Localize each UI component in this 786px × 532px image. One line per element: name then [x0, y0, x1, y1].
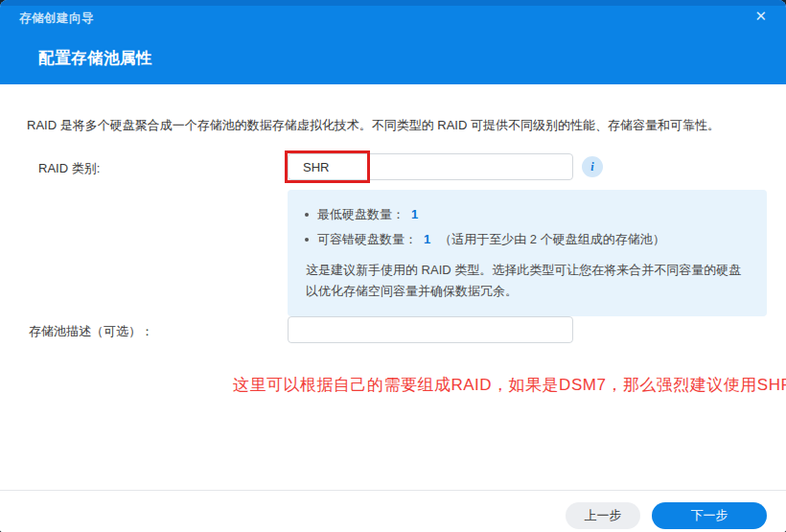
- raid-type-description: 这是建议新手使用的 RAID 类型。选择此类型可让您在将来合并不同容量的硬盘以优…: [305, 260, 750, 302]
- dialog-header: 存储创建向导 ✕ 配置存储池属性: [0, 0, 786, 84]
- min-disk-bullet: 最低硬盘数量： 1: [305, 202, 750, 227]
- fault-tolerance-value: 1: [424, 227, 430, 252]
- min-disk-value: 1: [411, 202, 418, 227]
- dialog-title: 存储创建向导: [19, 11, 94, 27]
- pool-description-label: 存储池描述（可选）：: [29, 323, 153, 340]
- pool-description-input[interactable]: [288, 316, 573, 343]
- info-icon[interactable]: i: [582, 156, 603, 177]
- raid-type-label: RAID 类别:: [38, 160, 100, 177]
- fault-tolerance-note: （适用于至少由 2 个硬盘组成的存储池）: [439, 227, 664, 252]
- bullet-icon: [305, 213, 309, 217]
- raid-type-selected-value: SHR: [303, 160, 329, 174]
- fault-tolerance-bullet: 可容错硬盘数量： 1 （适用于至少由 2 个硬盘组成的存储池）: [305, 227, 750, 252]
- back-button[interactable]: 上一步: [566, 502, 640, 529]
- fault-tolerance-label: 可容错硬盘数量：: [317, 227, 417, 252]
- raid-type-select[interactable]: SHR: [288, 153, 573, 180]
- storage-wizard-dialog: 存储创建向导 ✕ 配置存储池属性 RAID 是将多个硬盘聚合成一个存储池的数据存…: [0, 0, 786, 532]
- header-top-strip: [0, 0, 786, 6]
- raid-info-panel: 最低硬盘数量： 1 可容错硬盘数量： 1 （适用于至少由 2 个硬盘组成的存储池…: [288, 190, 767, 316]
- raid-intro-text: RAID 是将多个硬盘聚合成一个存储池的数据存储虚拟化技术。不同类型的 RAID…: [27, 117, 763, 134]
- close-icon[interactable]: ✕: [754, 9, 767, 23]
- annotation-text: 这里可以根据自己的需要组成RAID，如果是DSM7，那么强烈建议使用SHR: [233, 374, 786, 396]
- page-title: 配置存储池属性: [38, 48, 152, 69]
- min-disk-label: 最低硬盘数量：: [317, 202, 405, 227]
- dialog-footer: 上一步 下一步: [0, 490, 786, 532]
- next-button[interactable]: 下一步: [652, 502, 767, 529]
- bullet-icon: [305, 238, 309, 242]
